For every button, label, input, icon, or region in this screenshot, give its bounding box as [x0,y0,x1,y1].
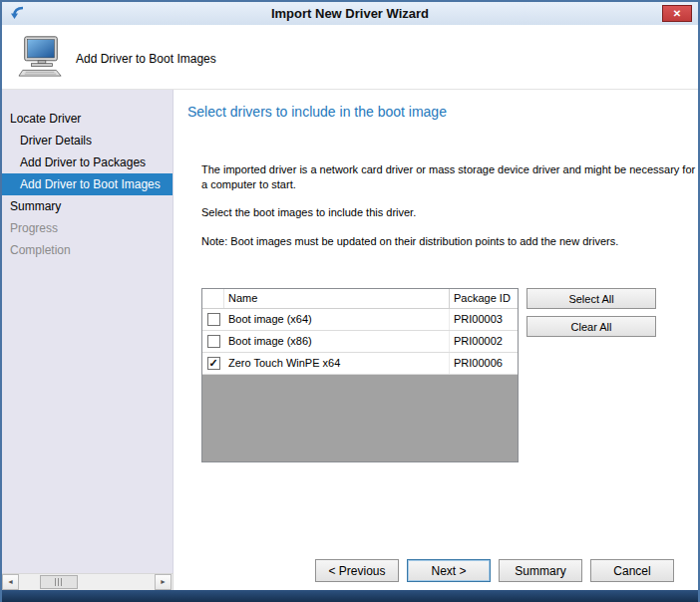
next-button[interactable]: Next > [407,559,491,582]
scroll-right-button[interactable]: ► [155,574,172,590]
note-text: Note: Boot images must be updated on the… [201,234,696,249]
row-name: Boot image (x86) [224,331,450,352]
title-bar[interactable]: Import New Driver Wizard ✕ [2,2,698,26]
computer-icon [18,34,64,82]
table-row[interactable]: ✓ Boot image (x64) PRI00003 [202,309,518,331]
window-title: Import New Driver Wizard [2,2,698,25]
intro-text: The imported driver is a network card dr… [201,162,696,192]
row-name: Zero Touch WinPE x64 [224,353,450,374]
row-package-id: PRI00006 [450,353,518,374]
step-summary[interactable]: Summary [2,195,173,217]
close-icon: ✕ [673,8,681,19]
step-completion: Completion [2,239,173,261]
page-heading: Select drivers to include in the boot im… [187,104,447,120]
step-progress: Progress [2,217,173,239]
cancel-button[interactable]: Cancel [590,559,674,582]
step-add-driver-to-packages[interactable]: Add Driver to Packages [2,151,173,173]
step-locate-driver[interactable]: Locate Driver [2,108,173,130]
row-checkbox[interactable]: ✓ [207,335,220,348]
table-row[interactable]: ✓ Zero Touch WinPE x64 PRI00006 [202,353,518,375]
select-all-button[interactable]: Select All [526,288,656,309]
boot-images-table: Name Package ID ✓ Boot image (x64) PRI00… [201,288,519,462]
table-row[interactable]: ✓ Boot image (x86) PRI00002 [202,331,518,353]
wizard-step-list: Locate Driver Driver Details Add Driver … [2,90,174,573]
step-add-driver-to-boot-images[interactable]: Add Driver to Boot Images [2,173,173,195]
name-column-header[interactable]: Name [224,289,450,308]
wizard-window: Import New Driver Wizard ✕ [0,0,700,602]
window-bottom-border [2,590,698,602]
row-checkbox[interactable]: ✓ [207,313,220,326]
wizard-header: Add Driver to Boot Images [2,25,698,90]
grip-icon [55,578,63,586]
checkbox-cell: ✓ [202,353,224,374]
close-button[interactable]: ✕ [662,5,692,22]
package-id-column-header[interactable]: Package ID [450,289,518,308]
row-name: Boot image (x64) [224,309,450,330]
scroll-thumb[interactable] [40,575,78,589]
scroll-left-button[interactable]: ◄ [2,574,19,590]
clear-all-button[interactable]: Clear All [526,316,656,337]
checkbox-cell: ✓ [202,309,224,330]
row-checkbox[interactable]: ✓ [207,357,220,370]
wizard-content: Select drivers to include in the boot im… [174,90,698,590]
instruction-text: Select the boot images to include this d… [201,205,696,220]
row-package-id: PRI00003 [450,309,518,330]
step-driver-details[interactable]: Driver Details [2,130,173,151]
checkbox-column-header [202,289,224,308]
row-package-id: PRI00002 [450,331,518,352]
previous-button[interactable]: < Previous [315,559,399,582]
sidebar-horizontal-scrollbar[interactable]: ◄ ► [2,573,174,590]
summary-button[interactable]: Summary [499,559,582,582]
checkbox-cell: ✓ [202,331,224,352]
wizard-footer-buttons: < Previous Next > Summary Cancel [315,559,674,582]
check-icon: ✓ [208,357,217,370]
table-header: Name Package ID [202,289,518,309]
wizard-page-title: Add Driver to Boot Images [76,52,216,66]
